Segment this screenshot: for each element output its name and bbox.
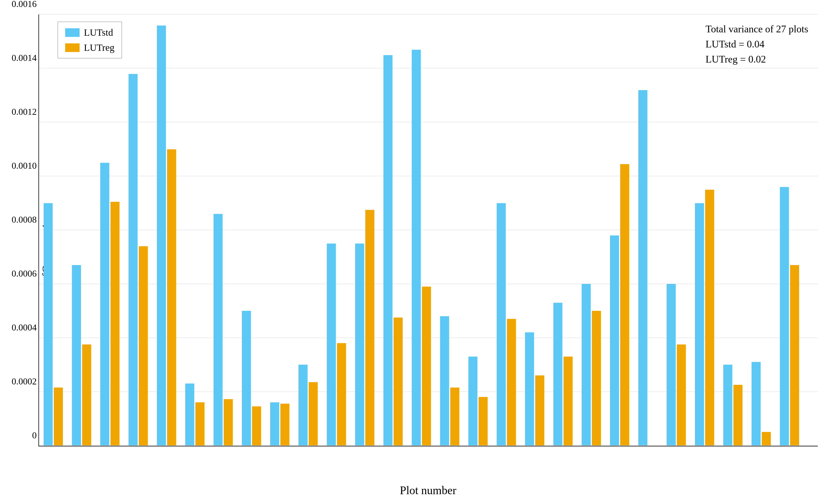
bar-orange-14	[422, 287, 431, 446]
bar-orange-9	[281, 403, 289, 445]
legend-label-lutstd: LUTstd	[84, 27, 113, 38]
bar-blue-8	[242, 311, 251, 446]
bar-blue-17	[497, 203, 506, 446]
bar-orange-4	[139, 246, 148, 445]
legend-label-lutreg: LUTreg	[84, 42, 114, 53]
legend-color-blue	[65, 28, 79, 37]
bar-orange-19	[564, 357, 573, 446]
bar-orange-17	[507, 319, 516, 446]
bar-orange-6	[195, 402, 204, 446]
bar-orange-13	[394, 318, 403, 445]
bar-blue-11	[327, 244, 336, 445]
bar-orange-2	[82, 344, 91, 445]
bar-orange-26	[762, 432, 771, 445]
bar-orange-20	[592, 311, 601, 446]
bar-orange-5	[167, 149, 176, 445]
legend-item-lutreg: LUTreg	[65, 42, 114, 53]
bar-blue-23	[666, 284, 676, 446]
bar-orange-12	[365, 210, 374, 446]
bar-blue-22	[638, 90, 647, 446]
bar-blue-6	[185, 383, 194, 445]
bar-orange-27	[790, 265, 799, 445]
y-tick-label: 0.0010	[12, 160, 37, 171]
bar-blue-3	[100, 163, 109, 445]
y-tick-label: 0.0006	[12, 268, 37, 279]
bar-blue-16	[468, 357, 478, 446]
plot-area: 00.00020.00040.00060.00080.00100.00120.0…	[38, 14, 818, 447]
bar-blue-2	[72, 265, 81, 445]
bar-blue-4	[128, 74, 138, 446]
annotation: Total variance of 27 plotsLUTstd = 0.04L…	[706, 22, 808, 67]
chart-area: fCover variance Plot number 00.00020.000…	[38, 14, 818, 466]
y-tick-label: 0.0012	[12, 106, 37, 117]
bar-blue-24	[695, 203, 704, 446]
bar-blue-13	[384, 55, 393, 446]
bar-blue-25	[723, 365, 732, 446]
bar-orange-25	[733, 385, 743, 446]
legend-color-orange	[65, 43, 79, 52]
bar-blue-12	[355, 244, 364, 445]
bar-blue-19	[553, 303, 563, 445]
bar-blue-26	[752, 362, 761, 445]
bar-blue-9	[270, 402, 279, 446]
y-tick-label: 0.0004	[12, 322, 37, 332]
annotation-line1: Total variance of 27 plots	[706, 23, 808, 35]
y-tick-label: 0.0008	[12, 214, 37, 225]
bar-orange-16	[479, 397, 488, 445]
legend-item-lutstd: LUTstd	[65, 27, 114, 38]
legend: LUTstd LUTreg	[57, 22, 122, 58]
y-tick-label: 0.0016	[12, 0, 37, 9]
bar-blue-18	[525, 332, 534, 446]
bar-orange-7	[224, 399, 233, 445]
bar-blue-1	[43, 203, 53, 446]
bar-orange-21	[620, 164, 629, 446]
bar-blue-20	[582, 284, 591, 446]
y-tick-label: 0.0014	[12, 53, 37, 63]
bar-blue-15	[440, 316, 449, 445]
bar-blue-5	[157, 25, 166, 445]
bar-orange-15	[450, 388, 459, 445]
bar-blue-7	[214, 214, 223, 446]
bar-blue-14	[412, 50, 421, 446]
bar-orange-3	[110, 202, 120, 445]
annotation-line2: LUTstd = 0.04	[706, 39, 764, 50]
y-tick-label: 0.0002	[12, 376, 37, 386]
bar-orange-24	[705, 190, 714, 446]
bar-orange-1	[54, 388, 63, 445]
bars-svg: 1234567891011121314151617181920212223242…	[39, 14, 818, 446]
y-tick-label: 0	[32, 430, 37, 440]
annotation-line3: LUTreg = 0.02	[706, 54, 766, 65]
bar-orange-23	[677, 344, 686, 445]
bar-orange-11	[337, 343, 346, 446]
bar-blue-10	[298, 365, 307, 446]
bar-orange-8	[252, 407, 261, 446]
chart-container: fCover variance Plot number 00.00020.000…	[0, 0, 837, 504]
x-axis-label: Plot number	[400, 484, 456, 497]
bar-blue-21	[610, 235, 619, 445]
bar-orange-18	[535, 375, 544, 445]
bar-orange-10	[309, 382, 318, 446]
bar-blue-27	[780, 187, 789, 445]
